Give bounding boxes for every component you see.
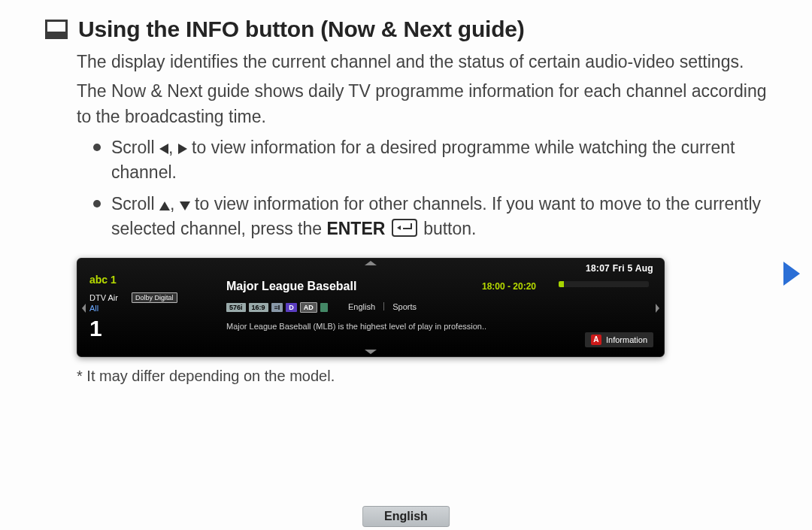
information-label: Information — [606, 335, 647, 344]
program-description: Major League Baseball (MLB) is the highe… — [226, 322, 529, 331]
stream-badges: 576i 16:9 ≡I D AD — [226, 302, 328, 313]
program-time: 18:00 - 20:20 — [482, 281, 536, 292]
audio-description-badge: AD — [300, 302, 317, 313]
banner-scroll-down-icon[interactable] — [365, 350, 377, 354]
progress-bar — [559, 281, 649, 287]
bullet-scroll-ud: Scroll , to view information for other c… — [93, 192, 767, 242]
bullet2-text-a: Scroll — [111, 194, 159, 214]
enter-label: ENTER — [326, 219, 385, 238]
section-icon — [45, 20, 68, 39]
bullet2-text-c: button. — [423, 219, 476, 238]
banner-scroll-left-icon[interactable] — [82, 304, 86, 313]
intro-paragraph-1: The display identifies the current chann… — [77, 50, 767, 74]
arrow-down-icon — [180, 201, 190, 210]
banner-scroll-right-icon[interactable] — [656, 304, 659, 313]
bullet-scroll-lr: Scroll , to view information for a desir… — [93, 135, 767, 186]
dolby-badge: Dolby Digital — [132, 292, 177, 303]
color-button-a: A — [591, 335, 601, 345]
data-badge: D — [286, 303, 297, 312]
intro-paragraph-2: The Now & Next guide shows daily TV prog… — [77, 79, 767, 129]
information-hint[interactable]: A Information — [585, 332, 653, 347]
aspect-badge: 16:9 — [249, 303, 268, 312]
footer-language-tab[interactable]: English — [362, 506, 450, 527]
language-genre: English Sports — [348, 302, 417, 311]
resolution-badge: 576i — [226, 303, 246, 312]
program-title: Major League Baseball — [226, 280, 356, 293]
teletext-badge: ≡I — [271, 303, 283, 312]
signal-badge: DTV Air — [89, 292, 121, 303]
page-title: Using the INFO button (Now & Next guide) — [78, 17, 525, 42]
bullet1-text-b: to view information for a desired progra… — [111, 138, 735, 182]
bullet1-text-a: Scroll — [111, 138, 159, 157]
channel-number: 1 — [89, 316, 102, 341]
genre: Sports — [392, 302, 417, 311]
enter-icon — [392, 219, 417, 237]
clock: 18:07 Fri 5 Aug — [586, 263, 653, 274]
channel-name: abc 1 — [89, 274, 117, 286]
audio-language: English — [348, 302, 375, 311]
footnote: * It may differ depending on the model. — [77, 368, 767, 385]
now-next-banner: 18:07 Fri 5 Aug abc 1 DTV Air Dolby Digi… — [77, 258, 665, 357]
hoh-badge — [320, 303, 329, 312]
arrow-left-icon — [159, 144, 168, 154]
page-next-button[interactable] — [783, 262, 800, 286]
arrow-right-icon — [178, 144, 187, 154]
arrow-up-icon — [159, 201, 170, 210]
all-label: All — [89, 304, 98, 313]
banner-scroll-up-icon[interactable] — [365, 261, 377, 265]
